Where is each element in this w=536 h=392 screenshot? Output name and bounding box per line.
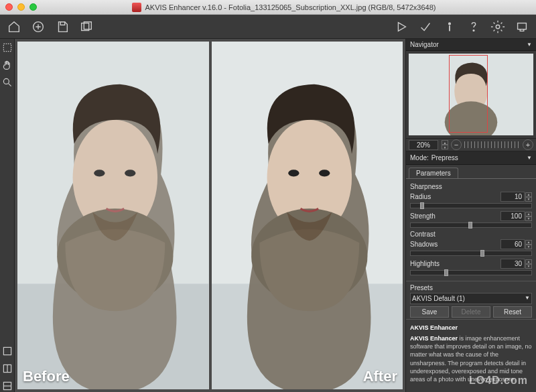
preview-area: Before After [15, 39, 405, 392]
preset-selected: AKVIS Default (1) [412, 295, 465, 302]
highlights-slider[interactable] [410, 270, 532, 275]
mode-row: Mode: Prepress ▼ [406, 151, 536, 165]
strength-label: Strength [410, 212, 500, 220]
window-title: AKVIS Enhancer v.16.0 - Fotolia_13312506… [145, 3, 436, 11]
preset-select[interactable]: AKVIS Default (1) ▼ [410, 293, 532, 304]
notification-icon[interactable] [515, 19, 529, 34]
run-icon[interactable] [394, 19, 409, 34]
save-file-icon[interactable] [55, 19, 70, 34]
layout-split-v-icon[interactable] [1, 380, 13, 392]
svg-point-26 [288, 170, 299, 176]
zoom-in-button[interactable]: + [523, 139, 533, 150]
svg-point-10 [3, 78, 9, 84]
shadows-up[interactable]: ▲ [525, 240, 532, 245]
zoom-value[interactable]: 20% [409, 140, 438, 150]
strength-value[interactable]: 100 [500, 211, 525, 221]
info-icon[interactable] [442, 19, 457, 34]
after-pane[interactable]: After [212, 42, 403, 389]
svg-rect-1 [60, 21, 64, 25]
radius-down[interactable]: ▼ [525, 197, 532, 202]
title-bar: AKVIS Enhancer v.16.0 - Fotolia_13312506… [0, 0, 536, 15]
hand-tool-icon[interactable] [1, 59, 13, 71]
zoom-tool-icon[interactable] [1, 76, 13, 88]
radius-label: Radius [410, 193, 500, 200]
description-lead: AKVIS Enhancer [410, 335, 458, 342]
batch-icon[interactable] [79, 19, 94, 34]
help-icon[interactable] [466, 19, 481, 34]
chevron-down-icon: ▼ [527, 42, 532, 48]
highlights-value[interactable]: 30 [500, 259, 525, 269]
svg-rect-9 [3, 44, 11, 51]
radius-up[interactable]: ▲ [525, 192, 532, 197]
svg-point-7 [496, 25, 500, 29]
zoom-step-down[interactable]: ▼ [442, 145, 448, 149]
svg-point-6 [473, 29, 474, 31]
svg-point-4 [449, 23, 451, 25]
reset-preset-button[interactable]: Reset [493, 306, 532, 318]
tab-parameters[interactable]: Parameters [409, 168, 458, 178]
after-label: After [363, 368, 397, 385]
shadows-slider[interactable] [410, 251, 532, 256]
right-panel: Navigator ▼ 20% ▲▼ − + Mode: Prepre [405, 39, 536, 392]
window-controls [5, 3, 37, 11]
strength-slider[interactable] [410, 222, 532, 228]
settings-icon[interactable] [490, 19, 505, 34]
chevron-down-icon: ▼ [525, 295, 530, 301]
svg-point-21 [125, 170, 135, 176]
shadows-label: Shadows [410, 241, 500, 248]
highlights-label: Highlights [410, 260, 500, 267]
maximize-window-button[interactable] [29, 3, 37, 11]
layout-split-h-icon[interactable] [1, 363, 13, 375]
presets-panel: Presets AKVIS Default (1) ▼ Save Delete … [406, 281, 536, 319]
radius-value[interactable]: 10 [500, 192, 525, 202]
svg-point-27 [319, 170, 330, 176]
layout-single-icon[interactable] [1, 345, 13, 357]
open-file-icon[interactable] [31, 19, 46, 34]
strength-down[interactable]: ▼ [525, 216, 532, 221]
zoom-step-up[interactable]: ▲ [442, 140, 448, 145]
svg-rect-11 [3, 347, 11, 354]
strength-up[interactable]: ▲ [525, 212, 532, 216]
mode-label: Mode: [410, 154, 429, 161]
shadows-value[interactable]: 60 [500, 239, 525, 249]
highlights-down[interactable]: ▼ [525, 264, 532, 269]
watermark: LO4D.com [469, 375, 528, 387]
shadows-down[interactable]: ▼ [525, 245, 532, 249]
apply-icon[interactable] [418, 19, 433, 34]
radius-slider[interactable] [410, 203, 532, 208]
zoom-slider[interactable] [464, 141, 520, 148]
mode-select[interactable]: Prepress [431, 154, 527, 161]
navigator-panel [406, 51, 536, 138]
chevron-down-icon: ▼ [527, 155, 532, 161]
minimize-window-button[interactable] [17, 3, 25, 11]
home-icon[interactable] [7, 19, 21, 34]
close-window-button[interactable] [5, 3, 13, 11]
navigator-title: Navigator [410, 41, 439, 48]
pointer-tool-icon[interactable] [1, 42, 13, 54]
svg-rect-5 [449, 25, 450, 31]
navigator-header[interactable]: Navigator ▼ [406, 39, 536, 51]
highlights-up[interactable]: ▲ [525, 259, 532, 264]
before-label: Before [23, 368, 70, 385]
zoom-out-button[interactable]: − [451, 139, 462, 150]
before-pane[interactable]: Before [17, 42, 209, 389]
navigator-viewport-rect[interactable] [449, 55, 488, 133]
description-title: AKVIS Enhancer [410, 324, 458, 331]
left-tool-palette [0, 39, 15, 392]
parameters-panel: Sharpness Radius 10 ▲▼ Strength 100 ▲▼ C… [406, 178, 536, 281]
main-toolbar [0, 15, 536, 39]
presets-title: Presets [410, 284, 532, 291]
sharpness-group-label: Sharpness [410, 183, 532, 190]
app-icon [132, 3, 141, 12]
delete-preset-button[interactable]: Delete [452, 306, 490, 318]
contrast-group-label: Contrast [410, 231, 532, 238]
zoom-controls: 20% ▲▼ − + [406, 138, 536, 151]
svg-point-20 [94, 170, 105, 176]
navigator-thumbnail[interactable] [409, 54, 533, 135]
svg-rect-8 [518, 23, 527, 29]
save-preset-button[interactable]: Save [410, 306, 449, 318]
